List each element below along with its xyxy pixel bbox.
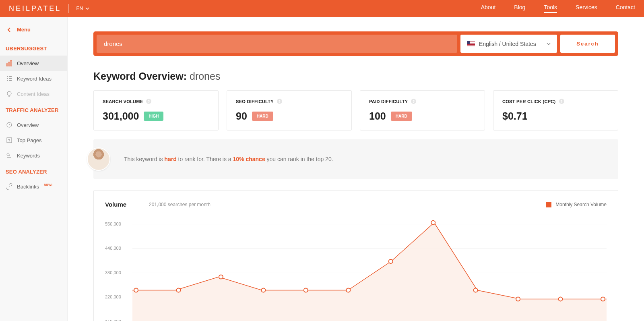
chevron-down-icon bbox=[85, 7, 89, 10]
locale-label: English / United States bbox=[479, 41, 536, 47]
svg-point-18 bbox=[601, 297, 605, 301]
sidebar-item-overview[interactable]: Overview bbox=[0, 56, 67, 71]
svg-point-10 bbox=[261, 288, 265, 292]
sidebar-label: Keyword Ideas bbox=[17, 76, 52, 82]
legend-swatch bbox=[546, 202, 551, 207]
metric-label: PAID DIFFICULTY bbox=[369, 99, 408, 104]
chart: 110,000220,000330,000440,000550,000 bbox=[105, 213, 607, 321]
menu-toggle[interactable]: Menu bbox=[0, 23, 67, 40]
svg-point-9 bbox=[219, 275, 223, 279]
sidebar: Menu UBERSUGGEST Overview Keyword Ideas … bbox=[0, 17, 68, 321]
help-icon[interactable]: ? bbox=[277, 99, 282, 104]
chart-legend: Monthly Search Volume bbox=[546, 202, 607, 207]
svg-rect-0 bbox=[6, 64, 8, 66]
sidebar-label: Backlinks bbox=[17, 184, 39, 190]
help-icon[interactable]: ? bbox=[411, 99, 416, 104]
chevron-left-icon bbox=[7, 27, 10, 32]
logo: NEILPATEL bbox=[9, 4, 61, 13]
chart-title: Volume bbox=[105, 201, 126, 208]
sidebar-item-traffic-overview[interactable]: Overview bbox=[0, 117, 67, 133]
sidebar-label: Overview bbox=[17, 122, 39, 128]
sidebar-label: Top Pages bbox=[17, 137, 41, 143]
svg-rect-1 bbox=[8, 62, 10, 66]
tip-bar: This keyword is hard to rank for. There … bbox=[93, 139, 618, 179]
sidebar-item-content-ideas[interactable]: Content Ideas bbox=[0, 86, 67, 101]
metric-cards: SEARCH VOLUME? 301,000HIGH SEO DIFFICULT… bbox=[93, 90, 618, 130]
nav-blog[interactable]: Blog bbox=[514, 4, 525, 13]
nav-about[interactable]: About bbox=[481, 4, 496, 13]
list-icon bbox=[6, 75, 13, 82]
help-icon[interactable]: ? bbox=[559, 99, 564, 104]
metric-value: 100 bbox=[369, 110, 386, 122]
nav-tools[interactable]: Tools bbox=[544, 4, 557, 13]
locale-selector[interactable]: English / United States bbox=[460, 35, 557, 53]
svg-point-7 bbox=[134, 288, 138, 292]
card-paid-difficulty: PAID DIFFICULTY? 100HARD bbox=[360, 90, 485, 130]
topbar: NEILPATEL EN About Blog Tools Services C… bbox=[0, 0, 644, 17]
chevron-down-icon bbox=[547, 43, 551, 45]
svg-point-11 bbox=[304, 288, 308, 292]
card-seo-difficulty: SEO DIFFICULTY? 90HARD bbox=[227, 90, 352, 130]
link-icon bbox=[6, 183, 13, 190]
svg-point-16 bbox=[516, 297, 520, 301]
metric-value: 90 bbox=[236, 110, 247, 122]
search-button[interactable]: Search bbox=[560, 35, 615, 53]
page-title-keyword: drones bbox=[190, 70, 220, 82]
section-traffic: TRAFFIC ANALYZER bbox=[0, 101, 67, 117]
y-tick-label: 110,000 bbox=[105, 319, 121, 321]
menu-label: Menu bbox=[17, 27, 31, 33]
search-bar: English / United States Search bbox=[93, 31, 618, 56]
sidebar-item-backlinks[interactable]: Backlinks NEW! bbox=[0, 179, 67, 194]
svg-point-17 bbox=[559, 297, 563, 301]
sidebar-label: Content Ideas bbox=[17, 91, 50, 97]
svg-point-3 bbox=[7, 91, 11, 95]
gauge-icon bbox=[6, 121, 13, 128]
metric-value: $0.71 bbox=[502, 110, 528, 122]
sidebar-item-keyword-ideas[interactable]: Keyword Ideas bbox=[0, 71, 67, 86]
legend-label: Monthly Search Volume bbox=[555, 202, 607, 207]
svg-point-13 bbox=[389, 259, 393, 263]
sidebar-item-top-pages[interactable]: Top Pages bbox=[0, 133, 67, 148]
sidebar-label: Keywords bbox=[17, 153, 40, 159]
page-title: Keyword Overview: drones bbox=[93, 70, 618, 82]
avatar bbox=[87, 147, 110, 171]
search-list-icon bbox=[6, 152, 13, 159]
bulb-icon bbox=[6, 90, 13, 97]
metric-label: COST PER CLICK (CPC) bbox=[502, 99, 556, 104]
nav-contact[interactable]: Contact bbox=[616, 4, 635, 13]
svg-point-15 bbox=[474, 288, 478, 292]
top-nav: About Blog Tools Services Contact bbox=[481, 4, 635, 13]
divider bbox=[68, 4, 69, 13]
language-selector[interactable]: EN bbox=[76, 6, 89, 11]
nav-services[interactable]: Services bbox=[576, 4, 597, 13]
search-input[interactable] bbox=[97, 35, 457, 53]
new-badge: NEW! bbox=[44, 183, 52, 186]
badge-hard: HARD bbox=[391, 112, 412, 121]
sidebar-item-keywords[interactable]: Keywords bbox=[0, 148, 67, 163]
metric-label: SEARCH VOLUME bbox=[103, 99, 143, 104]
language-label: EN bbox=[76, 6, 83, 11]
svg-rect-2 bbox=[10, 60, 12, 66]
y-tick-label: 440,000 bbox=[105, 246, 121, 251]
chart-container: Volume 201,000 searches per month Monthl… bbox=[93, 190, 618, 321]
metric-value: 301,000 bbox=[103, 110, 139, 122]
section-seo: SEO ANALYZER bbox=[0, 163, 67, 179]
section-ubersuggest: UBERSUGGEST bbox=[0, 40, 67, 56]
tip-text: This keyword is hard to rank for. There … bbox=[124, 156, 333, 162]
y-tick-label: 220,000 bbox=[105, 294, 121, 299]
chart-subtitle: 201,000 searches per month bbox=[149, 202, 211, 207]
badge-high: HIGH bbox=[144, 112, 163, 121]
y-tick-label: 330,000 bbox=[105, 270, 121, 275]
y-tick-label: 550,000 bbox=[105, 222, 121, 226]
card-cpc: COST PER CLICK (CPC)? $0.71 bbox=[493, 90, 618, 130]
metric-label: SEO DIFFICULTY bbox=[236, 99, 274, 104]
svg-point-12 bbox=[346, 288, 350, 292]
page-icon bbox=[6, 137, 13, 144]
flag-icon bbox=[467, 41, 475, 46]
page-title-prefix: Keyword Overview: bbox=[93, 70, 187, 82]
chart-icon bbox=[6, 60, 13, 67]
help-icon[interactable]: ? bbox=[146, 99, 151, 104]
main-content: English / United States Search Keyword O… bbox=[68, 17, 644, 321]
svg-point-14 bbox=[431, 221, 435, 225]
svg-point-8 bbox=[176, 288, 180, 292]
